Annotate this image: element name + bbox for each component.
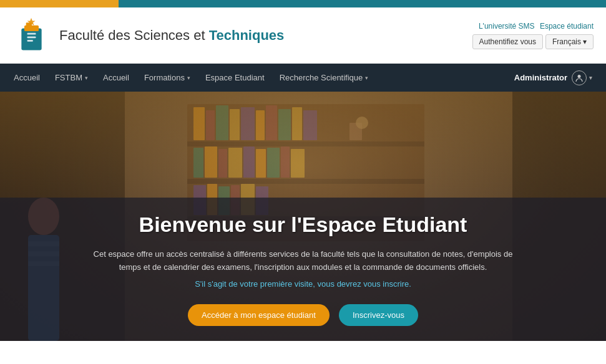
top-bar — [0, 0, 606, 7]
auth-button[interactable]: Authentifiez vous — [472, 34, 543, 49]
nav-recherche[interactable]: Recherche Scientifique ▾ — [272, 64, 376, 92]
header-left: Faculté des Sciences et Techniques — [12, 16, 284, 56]
access-button[interactable]: Accéder à mon espace étudiant — [188, 304, 330, 326]
svg-rect-0 — [21, 28, 41, 50]
hero-register-link[interactable]: S'il s'agit de votre première visite, vo… — [195, 279, 411, 289]
header: Faculté des Sciences et Techniques L'uni… — [0, 7, 606, 64]
navbar: Accueil FSTBM ▾ Accueil Formations ▾ Esp… — [0, 64, 606, 92]
lang-button[interactable]: Français ▾ — [545, 34, 594, 49]
hero-title: Bienvenue sur l'Espace Etudiant — [139, 213, 467, 237]
hero-buttons: Accéder à mon espace étudiant Inscrivez-… — [188, 304, 418, 326]
nav-fstbm[interactable]: FSTBM ▾ — [47, 64, 95, 92]
nav-espace-etudiant[interactable]: Espace Etudiant — [198, 64, 272, 92]
header-links: L'université SMS Espace étudiant — [472, 22, 594, 31]
hero-description: Cet espace offre un accès centralisé à d… — [85, 248, 522, 274]
university-link[interactable]: L'université SMS — [479, 22, 535, 31]
logo — [12, 16, 50, 56]
chevron-down-icon: ▾ — [85, 75, 88, 81]
chevron-down-icon: ▾ — [365, 75, 368, 81]
espace-link[interactable]: Espace étudiant — [540, 22, 594, 31]
nav-accueil-1[interactable]: Accueil — [6, 64, 47, 92]
nav-formations[interactable]: Formations ▾ — [137, 64, 198, 92]
register-button[interactable]: Inscrivez-vous — [339, 304, 418, 326]
chevron-down-icon: ▾ — [187, 75, 190, 81]
person-icon — [572, 70, 587, 85]
svg-rect-5 — [27, 40, 32, 42]
logo-icon — [14, 17, 49, 54]
svg-rect-4 — [27, 36, 36, 38]
chevron-down-icon: ▾ — [583, 37, 587, 46]
header-buttons: Authentifiez vous Français ▾ — [472, 34, 594, 49]
top-bar-teal — [119, 0, 606, 7]
header-right: L'université SMS Espace étudiant Authent… — [472, 22, 594, 49]
svg-rect-3 — [27, 33, 36, 35]
hero-section: Bienvenue sur l'Espace Etudiant Cet espa… — [0, 92, 606, 341]
nav-accueil-2[interactable]: Accueil — [95, 64, 137, 92]
top-bar-orange — [0, 0, 119, 7]
hero-content-band: Bienvenue sur l'Espace Etudiant Cet espa… — [0, 198, 606, 341]
chevron-down-icon: ▾ — [589, 75, 592, 81]
header-title: Faculté des Sciences et Techniques — [59, 27, 284, 44]
nav-admin[interactable]: Administrator ▾ — [507, 64, 600, 92]
svg-point-7 — [578, 75, 581, 78]
